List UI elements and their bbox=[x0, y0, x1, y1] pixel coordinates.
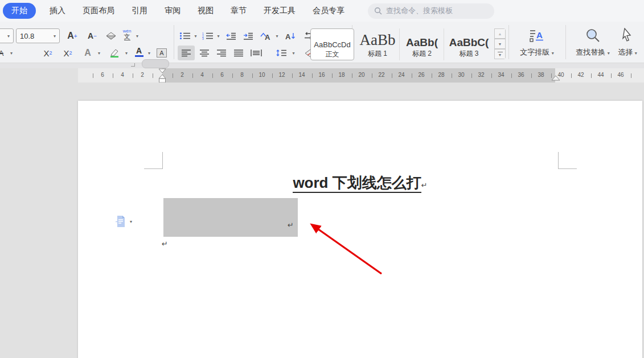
line-spacing-dropdown[interactable]: ▾ bbox=[290, 46, 297, 60]
tab-view[interactable]: 视图 bbox=[198, 6, 214, 16]
ruler-tick bbox=[611, 73, 612, 78]
tab-page-layout[interactable]: 页面布局 bbox=[83, 6, 114, 16]
font-size-value: 10.8 bbox=[20, 32, 34, 40]
ruler-number: 10 bbox=[259, 72, 265, 78]
style-sample: AaBb( bbox=[400, 28, 444, 49]
distribute-button[interactable] bbox=[248, 46, 265, 60]
style-heading1[interactable]: AaBb 标题 1 bbox=[356, 28, 400, 60]
gallery-scroll-down-button[interactable]: ▼ bbox=[494, 39, 506, 49]
text-effects-dropdown[interactable]: ▾ bbox=[96, 46, 102, 60]
dialog-launcher-icon[interactable] bbox=[131, 63, 135, 67]
shrink-font-icon: A bbox=[88, 32, 93, 40]
sort-button[interactable]: A bbox=[282, 28, 299, 43]
align-left-icon bbox=[181, 49, 191, 57]
shrink-font-button[interactable]: A− bbox=[84, 28, 101, 43]
highlighter-icon bbox=[109, 48, 120, 57]
ruler-tick bbox=[531, 73, 532, 78]
tab-developer[interactable]: 开发工具 bbox=[264, 6, 296, 16]
command-search-input[interactable]: 查找命令、搜索模板 bbox=[368, 3, 494, 19]
superscript-button[interactable]: X2 bbox=[39, 46, 57, 60]
document-workspace[interactable]: word 下划线怎么打↵ ↵ ↵ ▾ bbox=[0, 83, 644, 358]
ruler-tick bbox=[511, 73, 512, 78]
subscript-button[interactable]: X2 bbox=[59, 46, 77, 60]
numbering-icon: 123 bbox=[202, 32, 214, 40]
numbering-button[interactable]: 123 bbox=[200, 28, 215, 43]
align-left-button[interactable] bbox=[178, 46, 195, 60]
distribute-icon bbox=[251, 49, 262, 57]
ruler-tick bbox=[491, 73, 492, 78]
paragraph-layout-tool-icon[interactable] bbox=[116, 215, 126, 228]
tab-insert[interactable]: 插入 bbox=[50, 6, 65, 16]
chevron-down-icon: ▾ bbox=[7, 34, 10, 39]
numbering-dropdown[interactable]: ▾ bbox=[215, 28, 221, 43]
ruler-tick bbox=[352, 73, 352, 78]
pinyin-dropdown[interactable]: ▾ bbox=[134, 28, 141, 43]
find-replace-label: 查找替换 bbox=[576, 48, 605, 56]
font-color-button[interactable]: A bbox=[132, 44, 146, 59]
style-heading3[interactable]: AaBbC( 标题 3 bbox=[445, 28, 493, 60]
tab-membership[interactable]: 会员专享 bbox=[313, 6, 344, 16]
align-center-icon bbox=[199, 49, 210, 57]
paragraph-mark: ↵ bbox=[162, 240, 168, 248]
sort-icon: A bbox=[285, 32, 296, 40]
ruler-tick bbox=[153, 73, 153, 78]
style-name: 标题 1 bbox=[356, 49, 399, 59]
ruler-number: 12 bbox=[278, 72, 285, 78]
svg-text:A: A bbox=[265, 33, 270, 40]
text-effects-button[interactable]: A bbox=[80, 46, 96, 60]
highlight-button[interactable] bbox=[106, 46, 123, 60]
gallery-more-button[interactable]: ▼ bbox=[494, 49, 506, 59]
strikethrough-button[interactable]: A bbox=[0, 46, 7, 60]
document-title-text: word 下划线怎么打 bbox=[293, 174, 421, 193]
style-sample: AaBbCcDd bbox=[311, 29, 354, 50]
text-layout-tool[interactable]: A 文字排版 ▾ bbox=[512, 26, 561, 59]
ruler-number: 38 bbox=[538, 72, 544, 78]
align-center-button[interactable] bbox=[196, 46, 212, 60]
grow-font-button[interactable]: A+ bbox=[63, 28, 81, 43]
paragraph-tool-dropdown[interactable]: ▾ bbox=[130, 219, 132, 224]
style-name: 标题 3 bbox=[445, 49, 493, 59]
tab-section[interactable]: 章节 bbox=[231, 6, 247, 16]
gallery-scroll-up-button[interactable]: ▲ bbox=[494, 28, 506, 39]
ruler-number: 46 bbox=[617, 72, 624, 78]
subscript-icon: X bbox=[63, 48, 69, 58]
font-color-dropdown[interactable]: ▾ bbox=[146, 46, 153, 60]
pinyin-guide-button[interactable]: wén 文 bbox=[120, 27, 134, 42]
ruler-tick bbox=[133, 73, 133, 78]
search-icon bbox=[374, 7, 382, 15]
font-size-combo[interactable]: 10.8 ▾ bbox=[16, 28, 60, 43]
justify-button[interactable] bbox=[231, 46, 247, 60]
margin-corner-mark bbox=[558, 168, 577, 169]
align-right-button[interactable] bbox=[214, 46, 229, 60]
highlight-dropdown[interactable]: ▾ bbox=[123, 46, 130, 60]
style-name: 正文 bbox=[311, 50, 354, 59]
tab-references[interactable]: 引用 bbox=[132, 6, 147, 16]
text-layout-label: 文字排版 bbox=[520, 48, 549, 56]
increase-indent-button[interactable] bbox=[240, 28, 256, 43]
ruler-tick bbox=[452, 73, 452, 78]
decrease-indent-button[interactable] bbox=[223, 28, 239, 43]
strikethrough-dropdown[interactable]: ▾ bbox=[8, 46, 15, 60]
ruler[interactable]: 6422468101214161820222426283032343638404… bbox=[0, 68, 644, 83]
line-spacing-icon bbox=[276, 49, 287, 57]
bullets-button[interactable] bbox=[178, 28, 192, 43]
style-heading2[interactable]: AaBb( 标题 2 bbox=[400, 28, 444, 60]
document-title[interactable]: word 下划线怎么打↵ bbox=[162, 173, 558, 193]
strikethrough-icon: A bbox=[0, 49, 3, 57]
margin-corner-mark bbox=[162, 152, 163, 168]
select-cursor-icon bbox=[621, 28, 634, 43]
tab-review[interactable]: 审阅 bbox=[165, 6, 181, 16]
tab-home[interactable]: 开始 bbox=[3, 3, 36, 19]
character-scale-button[interactable]: A bbox=[257, 28, 273, 43]
selected-blank-region[interactable]: ↵ bbox=[163, 198, 298, 237]
character-border-button[interactable]: A bbox=[154, 46, 169, 60]
style-normal[interactable]: AaBbCcDd 正文 bbox=[310, 28, 354, 60]
svg-text:3: 3 bbox=[202, 37, 204, 40]
select-tool[interactable]: 选择 ▾ bbox=[610, 26, 644, 59]
line-spacing-button[interactable] bbox=[272, 46, 290, 60]
font-name-combo[interactable]: ▾ bbox=[0, 28, 14, 43]
character-scale-dropdown[interactable]: ▾ bbox=[274, 28, 280, 43]
clear-format-button[interactable] bbox=[102, 28, 120, 43]
bullets-dropdown[interactable]: ▾ bbox=[192, 28, 199, 43]
ribbon-bottom-strip bbox=[0, 63, 644, 68]
